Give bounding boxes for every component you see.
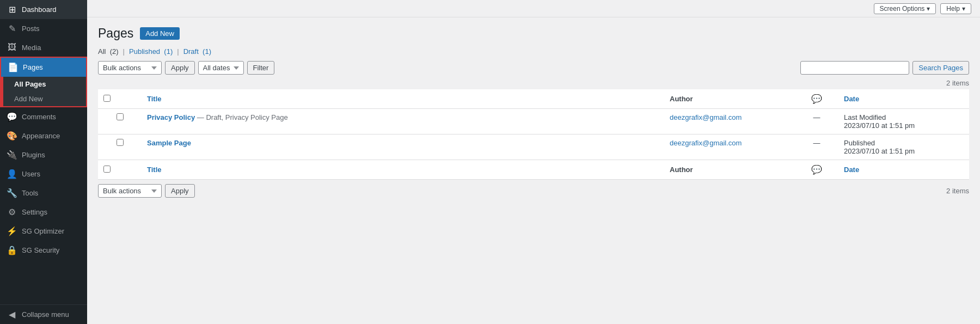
sidebar-pages-group: 📄 Pages All Pages Add New (0, 57, 87, 107)
apply-button-top[interactable]: Apply (165, 61, 195, 75)
toolbar-left: Bulk actions Edit Move to Trash Apply Al… (98, 61, 274, 75)
sidebar-pages-submenu: All Pages Add New (1, 77, 86, 106)
page-subtitle-1: — Draft, Privacy Policy Page (197, 113, 288, 121)
footer-col-comment: 💬 (795, 160, 838, 180)
bulk-actions-select-top[interactable]: Bulk actions Edit Move to Trash (98, 61, 162, 75)
table-footer-row: Title Author 💬 Date (98, 160, 969, 180)
col-header-check (98, 89, 142, 109)
pages-icon: 📄 (8, 62, 19, 72)
footer-select-all-checkbox[interactable] (103, 166, 111, 173)
table-row: Sample Page deezgrafix@gmail.com — Publi… (98, 135, 969, 160)
toolbar-right: Search Pages (800, 61, 969, 75)
table-row: Privacy Policy — Draft, Privacy Policy P… (98, 109, 969, 135)
bottom-toolbar-left: Bulk actions Edit Move to Trash Apply (98, 184, 195, 198)
row-check-cell-2 (98, 135, 142, 160)
comment-footer-icon: 💬 (811, 165, 822, 174)
items-count-bottom: 2 items (946, 187, 969, 195)
plugins-icon: 🔌 (7, 150, 17, 160)
screen-options-button[interactable]: Screen Options ▾ (874, 3, 936, 14)
bulk-actions-select-bottom[interactable]: Bulk actions Edit Move to Trash (98, 184, 162, 198)
sidebar-item-settings[interactable]: ⚙ Settings (0, 203, 87, 222)
add-new-button[interactable]: Add New (140, 27, 180, 40)
row-date-cell-2: Published 2023/07/10 at 1:51 pm (838, 135, 969, 160)
search-pages-button[interactable]: Search Pages (912, 61, 969, 75)
sort-date-link[interactable]: Date (844, 95, 859, 103)
collapse-menu-button[interactable]: ◀ Collapse menu (0, 305, 87, 324)
row-title-cell-2: Sample Page (142, 135, 664, 160)
tools-icon: 🔧 (7, 188, 17, 198)
page-title: Pages (98, 26, 133, 41)
sidebar-item-all-pages[interactable]: All Pages (3, 77, 86, 91)
col-header-author: Author (664, 89, 795, 109)
footer-col-title[interactable]: Title (142, 160, 664, 180)
content-area: Pages Add New All (2) | Published (1) | … (87, 17, 980, 324)
top-toolbar: Bulk actions Edit Move to Trash Apply Al… (98, 61, 969, 75)
sidebar-item-dashboard[interactable]: ⊞ Dashboard (0, 0, 87, 19)
main-content: Screen Options ▾ Help ▾ Pages Add New Al… (87, 0, 980, 324)
col-header-title[interactable]: Title (142, 89, 664, 109)
row-author-cell-1: deezgrafix@gmail.com (664, 109, 795, 135)
row-comment-cell-2: — (795, 135, 838, 160)
pages-table: Title Author 💬 Date (98, 89, 969, 180)
sidebar-item-media[interactable]: 🖼 Media (0, 38, 87, 57)
select-all-checkbox[interactable] (103, 95, 111, 102)
page-link-1[interactable]: Privacy Policy (147, 113, 195, 121)
author-link-1[interactable]: deezgrafix@gmail.com (670, 113, 742, 121)
sidebar-item-pages[interactable]: 📄 Pages (1, 58, 86, 77)
sg-optimizer-icon: ⚡ (7, 226, 17, 236)
settings-icon: ⚙ (7, 207, 17, 217)
row-check-cell-1 (98, 109, 142, 135)
bottom-toolbar: Bulk actions Edit Move to Trash Apply 2 … (98, 184, 969, 198)
filter-all[interactable]: All (2) (98, 47, 119, 56)
sort-title-link[interactable]: Title (147, 95, 162, 103)
col-header-comment: 💬 (795, 89, 838, 109)
col-header-date[interactable]: Date (838, 89, 969, 109)
row-title-cell-1: Privacy Policy — Draft, Privacy Policy P… (142, 109, 664, 135)
comments-icon: 💬 (7, 112, 17, 122)
filter-published[interactable]: Published (1) (129, 47, 173, 56)
sidebar-collapse: ◀ Collapse menu (0, 304, 87, 324)
chevron-down-icon: ▾ (927, 5, 930, 13)
sidebar-item-comments[interactable]: 💬 Comments (0, 107, 87, 126)
sidebar-item-sg-optimizer[interactable]: ⚡ SG Optimizer (0, 222, 87, 241)
sidebar-item-add-new-page[interactable]: Add New (3, 91, 86, 106)
page-link-2[interactable]: Sample Page (147, 139, 191, 147)
items-count-top: 2 items (98, 79, 969, 87)
search-input[interactable] (800, 61, 909, 75)
footer-check-cell (98, 160, 142, 180)
sidebar-item-posts[interactable]: ✎ Posts (0, 19, 87, 38)
filter-draft[interactable]: Draft (1) (183, 47, 211, 56)
comment-header-icon: 💬 (811, 94, 822, 103)
dashboard-icon: ⊞ (7, 4, 17, 15)
topbar: Screen Options ▾ Help ▾ (87, 0, 980, 17)
row-checkbox-2[interactable] (117, 139, 124, 146)
filter-button[interactable]: Filter (247, 61, 275, 75)
sidebar-item-users[interactable]: 👤 Users (0, 164, 87, 184)
row-date-cell-1: Last Modified 2023/07/10 at 1:51 pm (838, 109, 969, 135)
appearance-icon: 🎨 (7, 131, 17, 141)
row-checkbox-1[interactable] (117, 113, 124, 120)
chevron-down-icon-help: ▾ (962, 5, 965, 13)
footer-sort-title-link[interactable]: Title (147, 166, 162, 174)
users-icon: 👤 (7, 169, 17, 179)
help-button[interactable]: Help ▾ (940, 3, 971, 14)
table-header-row: Title Author 💬 Date (98, 89, 969, 109)
sidebar-item-appearance[interactable]: 🎨 Appearance (0, 126, 87, 145)
row-author-cell-2: deezgrafix@gmail.com (664, 135, 795, 160)
sidebar-item-tools[interactable]: 🔧 Tools (0, 184, 87, 203)
author-link-2[interactable]: deezgrafix@gmail.com (670, 139, 742, 147)
sg-security-icon: 🔒 (7, 245, 17, 255)
posts-icon: ✎ (7, 23, 17, 34)
sidebar-item-plugins[interactable]: 🔌 Plugins (0, 145, 87, 164)
sidebar: ⊞ Dashboard ✎ Posts 🖼 Media 📄 Pages All … (0, 0, 87, 324)
footer-col-date[interactable]: Date (838, 160, 969, 180)
footer-sort-date-link[interactable]: Date (844, 166, 859, 174)
filter-bar: All (2) | Published (1) | Draft (1) (98, 47, 969, 56)
collapse-icon: ◀ (7, 309, 17, 320)
media-icon: 🖼 (7, 42, 17, 52)
sidebar-item-sg-security[interactable]: 🔒 SG Security (0, 241, 87, 260)
all-dates-select[interactable]: All dates (198, 61, 244, 75)
apply-button-bottom[interactable]: Apply (165, 184, 195, 198)
footer-col-author: Author (664, 160, 795, 180)
row-comment-cell-1: — (795, 109, 838, 135)
